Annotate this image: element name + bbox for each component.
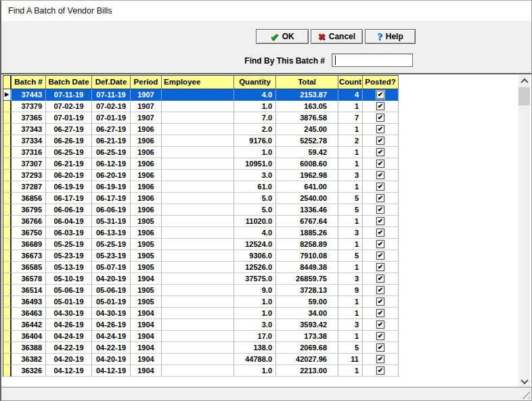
grid-row[interactable]: 3632604-12-1904-12-1919041.02213.001✔	[3, 365, 399, 377]
cell-quantity[interactable]: 9176.0	[234, 135, 276, 147]
cell-batch-number[interactable]: 36404	[12, 331, 46, 342]
cell-count[interactable]: 1	[338, 181, 363, 193]
cell-quantity[interactable]: 1.0	[234, 296, 276, 308]
cell-quantity[interactable]: 12526.0	[234, 262, 276, 273]
cell-quantity[interactable]: 4.0	[234, 227, 276, 239]
column-header-def-date[interactable]: Def.Date	[92, 76, 131, 89]
cell-total[interactable]: 1885.26	[276, 227, 338, 239]
posted-checkbox[interactable]: ✔	[376, 286, 384, 294]
cell-period[interactable]: 1904	[131, 365, 162, 377]
cell-posted[interactable]: ✔	[363, 308, 399, 319]
cell-period[interactable]: 1906	[131, 170, 162, 181]
cell-quantity[interactable]: 1.0	[234, 147, 276, 158]
posted-checkbox[interactable]: ✔	[376, 298, 384, 306]
cell-count[interactable]: 1	[338, 296, 363, 308]
cell-posted[interactable]: ✔	[363, 342, 399, 354]
cell-posted[interactable]: ✔	[363, 181, 399, 193]
cell-count[interactable]: 3	[338, 319, 363, 331]
cell-quantity[interactable]: 9306.0	[234, 250, 276, 262]
posted-checkbox[interactable]: ✔	[376, 309, 384, 317]
cell-period[interactable]: 1905	[131, 296, 162, 308]
cell-batch-number[interactable]: 36442	[12, 319, 46, 331]
cell-quantity[interactable]: 2.0	[234, 124, 276, 135]
cell-employee[interactable]	[162, 319, 234, 331]
cell-employee[interactable]	[162, 354, 234, 365]
grid-row[interactable]: 3679506-06-1906-06-1919065.01336.465✔	[3, 204, 399, 216]
posted-checkbox[interactable]: ✔	[376, 344, 384, 352]
posted-checkbox[interactable]: ✔	[376, 321, 384, 329]
cell-posted[interactable]: ✔	[363, 158, 399, 170]
cell-quantity[interactable]: 4.0	[234, 89, 276, 101]
posted-checkbox[interactable]: ✔	[376, 194, 384, 202]
cell-batch-date[interactable]: 04-20-19	[46, 354, 92, 365]
cell-def-date[interactable]: 04-20-19	[92, 273, 131, 285]
cell-employee[interactable]	[162, 101, 234, 112]
posted-checkbox[interactable]: ✔	[376, 114, 384, 122]
posted-checkbox[interactable]: ✔	[376, 91, 384, 99]
cell-employee[interactable]	[162, 193, 234, 204]
cell-batch-number[interactable]: 37343	[12, 124, 46, 135]
grid-row[interactable]: 3731606-25-1906-25-1919061.059.421✔	[3, 147, 399, 158]
grid-row[interactable]: 3651405-06-1905-06-1919059.03728.139✔	[3, 285, 399, 296]
cell-batch-number[interactable]: 37379	[12, 101, 46, 112]
cell-def-date[interactable]: 07-02-19	[92, 101, 131, 112]
cell-quantity[interactable]: 11020.0	[234, 216, 276, 227]
grid-row[interactable]: ▶3744307-11-1907-11-1919074.02153.874✔	[3, 89, 399, 101]
posted-checkbox[interactable]: ✔	[376, 275, 384, 283]
grid-row[interactable]: 3675006-03-1906-13-1919064.01885.263✔	[3, 227, 399, 239]
cell-posted[interactable]: ✔	[363, 250, 399, 262]
cell-def-date[interactable]: 04-24-19	[92, 331, 131, 342]
cell-def-date[interactable]: 06-27-19	[92, 124, 131, 135]
cell-total[interactable]: 163.05	[276, 101, 338, 112]
cell-period[interactable]: 1905	[131, 250, 162, 262]
cell-quantity[interactable]: 61.0	[234, 181, 276, 193]
grid-row[interactable]: 3668905-25-1905-25-19190512524.08258.891…	[3, 239, 399, 250]
cell-def-date[interactable]: 06-21-19	[92, 135, 131, 147]
cell-quantity[interactable]: 5.0	[234, 204, 276, 216]
cell-posted[interactable]: ✔	[363, 216, 399, 227]
grid-row[interactable]: 3728706-19-1906-19-19190661.0641.001✔	[3, 181, 399, 193]
cell-period[interactable]: 1904	[131, 342, 162, 354]
column-header-period[interactable]: Period	[131, 76, 162, 89]
cell-count[interactable]: 5	[338, 342, 363, 354]
cell-total[interactable]: 3876.58	[276, 112, 338, 124]
column-header-count[interactable]: Count	[338, 76, 363, 89]
cell-total[interactable]: 42027.96	[276, 354, 338, 365]
cell-posted[interactable]: ✔	[363, 285, 399, 296]
cell-employee[interactable]	[162, 204, 234, 216]
cell-period[interactable]: 1904	[131, 273, 162, 285]
cell-posted[interactable]: ✔	[363, 331, 399, 342]
cell-def-date[interactable]: 06-25-19	[92, 147, 131, 158]
cell-batch-date[interactable]: 07-01-19	[46, 112, 92, 124]
cell-employee[interactable]	[162, 365, 234, 377]
cell-employee[interactable]	[162, 250, 234, 262]
cell-total[interactable]: 1336.46	[276, 204, 338, 216]
cell-employee[interactable]	[162, 273, 234, 285]
column-header-total[interactable]: Total	[276, 76, 338, 89]
cell-count[interactable]: 1	[338, 239, 363, 250]
cell-employee[interactable]	[162, 135, 234, 147]
cell-quantity[interactable]: 7.0	[234, 112, 276, 124]
cell-period[interactable]: 1906	[131, 227, 162, 239]
cell-posted[interactable]: ✔	[363, 319, 399, 331]
cell-quantity[interactable]: 44788.0	[234, 354, 276, 365]
cell-total[interactable]: 8449.38	[276, 262, 338, 273]
cell-def-date[interactable]: 04-30-19	[92, 308, 131, 319]
cell-total[interactable]: 2540.00	[276, 193, 338, 204]
posted-checkbox[interactable]: ✔	[376, 332, 384, 340]
cell-posted[interactable]: ✔	[363, 273, 399, 285]
cell-batch-number[interactable]: 36795	[12, 204, 46, 216]
window-titlebar[interactable]: Find A Batch of Vendor Bills	[1, 1, 531, 21]
cell-posted[interactable]: ✔	[363, 170, 399, 181]
posted-checkbox[interactable]: ✔	[376, 125, 384, 133]
cell-total[interactable]: 3593.42	[276, 319, 338, 331]
cell-batch-number[interactable]: 36578	[12, 273, 46, 285]
cell-def-date[interactable]: 06-12-19	[92, 158, 131, 170]
posted-checkbox[interactable]: ✔	[376, 160, 384, 168]
cell-period[interactable]: 1906	[131, 135, 162, 147]
cell-total[interactable]: 7910.08	[276, 250, 338, 262]
grid-row[interactable]: 3649305-01-1905-01-1919051.059.001✔	[3, 296, 399, 308]
posted-checkbox[interactable]: ✔	[376, 263, 384, 271]
grid-row[interactable]: 3736507-01-1907-01-1919077.03876.587✔	[3, 112, 399, 124]
cell-posted[interactable]: ✔	[363, 112, 399, 124]
